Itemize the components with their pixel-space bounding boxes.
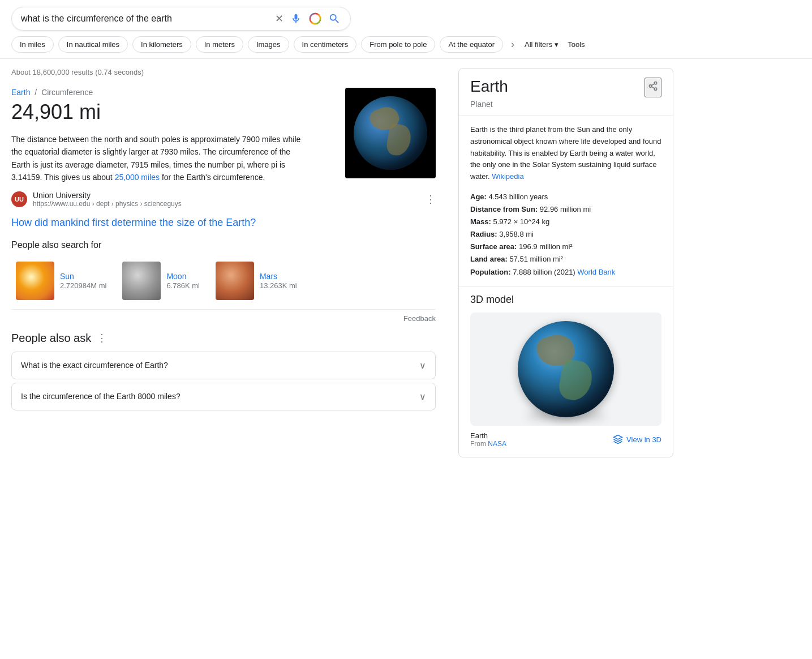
search-card-mars[interactable]: Mars 13.263K mi (211, 257, 302, 305)
search-card-moon[interactable]: Moon 6.786K mi (118, 257, 204, 305)
main-layout: About 18,600,000 results (0.74 seconds) … (0, 59, 812, 457)
earth-image (345, 88, 436, 178)
model-source: From NASA (470, 440, 506, 448)
panel-description: Earth is the third planet from the Sun a… (459, 116, 673, 191)
model-footer: Earth From NASA View in 3D (470, 431, 661, 448)
fact-land: Land area: 57.51 million mi² (470, 253, 661, 266)
earth-globe-small (354, 96, 427, 170)
chip-centimeters[interactable]: In centimeters (294, 36, 357, 53)
paa-item-2: Is the circumference of the Earth 8000 m… (11, 383, 436, 410)
snippet-text: The distance between the north and south… (11, 133, 306, 184)
chip-miles[interactable]: In miles (11, 36, 54, 53)
sun-link[interactable]: Sun (60, 272, 106, 281)
people-also-ask: People also ask ⋮ What is the exact circ… (11, 332, 436, 410)
svg-line-4 (651, 87, 654, 88)
filter-bar: In miles In nautical miles In kilometers… (0, 31, 812, 59)
share-button[interactable] (645, 78, 661, 97)
svg-point-2 (649, 85, 652, 88)
results-count: About 18,600,000 results (0.74 seconds) (11, 68, 436, 76)
fact-mass: Mass: 5.972 × 10^24 kg (470, 216, 661, 228)
paa-question-2[interactable]: Is the circumference of the Earth 8000 m… (12, 383, 435, 410)
right-column: Earth Planet Earth is the third planet f… (436, 59, 673, 457)
lens-icon[interactable] (308, 12, 322, 25)
fact-distance: Distance from Sun: 92.96 million mi (470, 203, 661, 216)
paa-item-1: What is the exact circumference of Earth… (11, 352, 436, 379)
filter-dropdown-icon: ▾ (555, 40, 558, 49)
svg-point-0 (310, 14, 320, 24)
moon-distance: 6.786K mi (166, 281, 200, 290)
chip-nautical[interactable]: In nautical miles (58, 36, 128, 53)
all-filters-button[interactable]: All filters ▾ (525, 40, 558, 49)
source-name: Union University (33, 191, 420, 200)
search-header: ✕ (0, 0, 812, 31)
chip-pole[interactable]: From pole to pole (361, 36, 435, 53)
mic-icon[interactable] (289, 12, 303, 25)
more-chips-button[interactable]: › (508, 36, 518, 53)
featured-question-link[interactable]: How did mankind first determine the size… (11, 217, 436, 229)
search-cards: Sun 2.720984M mi Moon 6.786K mi (11, 257, 436, 305)
paa-question-1[interactable]: What is the exact circumference of Earth… (12, 352, 435, 379)
panel-header: Earth (459, 69, 673, 97)
source-menu-icon[interactable]: ⋮ (426, 193, 436, 206)
earth-3d-model (518, 321, 614, 417)
search-input[interactable] (21, 14, 269, 24)
sun-distance: 2.720984M mi (60, 281, 106, 290)
search-button[interactable] (328, 12, 341, 25)
clear-icon[interactable]: ✕ (275, 12, 283, 25)
feedback-button[interactable]: Feedback (11, 309, 436, 332)
svg-line-5 (651, 84, 654, 85)
fact-radius: Radius: 3,958.8 mi (470, 228, 661, 241)
paa-chevron-1: ∨ (419, 360, 426, 371)
search-card-sun[interactable]: Sun 2.720984M mi (11, 257, 111, 305)
fact-population: Population: 7.888 billion (2021) World B… (470, 266, 661, 279)
people-also-search: People also search for Sun 2.720984M mi (11, 240, 436, 305)
svg-point-3 (654, 88, 657, 91)
mars-distance: 13.263K mi (260, 281, 297, 290)
chip-equator[interactable]: At the equator (440, 36, 503, 53)
knowledge-panel: Earth Planet Earth is the third planet f… (458, 68, 673, 457)
sun-image (16, 262, 54, 300)
view-3d-button[interactable]: View in 3D (613, 434, 661, 444)
mars-link[interactable]: Mars (260, 272, 297, 281)
people-also-search-title: People also search for (11, 240, 436, 250)
panel-facts: Age: 4.543 billion years Distance from S… (459, 191, 673, 286)
panel-subtitle: Planet (459, 100, 673, 109)
paa-menu-icon[interactable]: ⋮ (97, 332, 107, 344)
paa-title: People also ask (11, 332, 91, 345)
breadcrumb-circumference: Circumference (41, 88, 93, 97)
nasa-link[interactable]: NASA (488, 440, 506, 448)
paa-chevron-2: ∨ (419, 391, 426, 402)
wikipedia-link[interactable]: Wikipedia (492, 172, 523, 181)
chip-meters[interactable]: In meters (196, 36, 243, 53)
chip-images[interactable]: Images (248, 36, 289, 53)
fact-age: Age: 4.543 billion years (470, 191, 661, 203)
source-row: UU Union University https://www.uu.edu ›… (11, 191, 436, 208)
featured-snippet: Earth / Circumference 24,901 mi The dist… (11, 88, 436, 229)
breadcrumb-earth-link[interactable]: Earth (11, 88, 30, 97)
world-bank-link[interactable]: World Bank (577, 268, 615, 276)
search-box: ✕ (11, 7, 351, 31)
model-container (470, 313, 661, 426)
fact-surface: Surface area: 196.9 million mi² (470, 241, 661, 253)
svg-point-1 (654, 82, 657, 85)
25000-miles-link[interactable]: 25,000 miles (115, 173, 160, 182)
moon-link[interactable]: Moon (166, 272, 200, 281)
chip-kilometers[interactable]: In kilometers (132, 36, 191, 53)
source-favicon: UU (11, 191, 27, 207)
model-section: 3D model Earth From NASA (459, 286, 673, 457)
model-label: Earth (470, 431, 506, 440)
model-title: 3D model (470, 294, 661, 306)
search-icons (289, 12, 341, 25)
moon-image (122, 262, 161, 300)
tools-button[interactable]: Tools (568, 40, 585, 49)
source-url: https://www.uu.edu › dept › physics › sc… (33, 200, 420, 208)
mars-image (216, 262, 254, 300)
model-shadow (526, 410, 605, 421)
panel-title: Earth (470, 78, 508, 96)
left-column: About 18,600,000 results (0.74 seconds) … (11, 59, 436, 457)
